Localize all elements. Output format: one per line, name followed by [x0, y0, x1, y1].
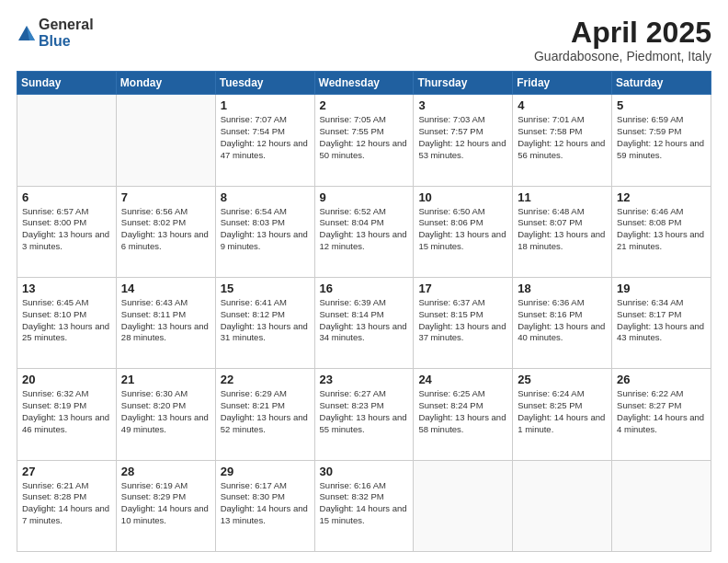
col-thursday: Thursday	[414, 72, 513, 95]
day-number: 30	[320, 465, 409, 478]
day-number: 20	[22, 373, 111, 386]
calendar-cell: 7Sunrise: 6:56 AM Sunset: 8:02 PM Daylig…	[116, 186, 215, 277]
day-info: Sunrise: 6:27 AM Sunset: 8:23 PM Dayligh…	[320, 388, 409, 435]
calendar-cell: 1Sunrise: 7:07 AM Sunset: 7:54 PM Daylig…	[215, 95, 314, 186]
day-number: 25	[518, 373, 607, 386]
calendar-week-4: 20Sunrise: 6:32 AM Sunset: 8:19 PM Dayli…	[17, 369, 711, 460]
calendar-cell	[17, 95, 117, 186]
logo-general: General	[39, 17, 94, 33]
day-info: Sunrise: 6:24 AM Sunset: 8:25 PM Dayligh…	[518, 388, 607, 435]
calendar-cell: 19Sunrise: 6:34 AM Sunset: 8:17 PM Dayli…	[612, 277, 711, 368]
day-number: 29	[221, 465, 310, 478]
calendar-cell: 29Sunrise: 6:17 AM Sunset: 8:30 PM Dayli…	[215, 460, 314, 551]
day-number: 6	[22, 190, 111, 204]
calendar-cell: 13Sunrise: 6:45 AM Sunset: 8:10 PM Dayli…	[17, 277, 117, 368]
calendar-cell: 28Sunrise: 6:19 AM Sunset: 8:29 PM Dayli…	[116, 460, 215, 551]
calendar-cell: 17Sunrise: 6:37 AM Sunset: 8:15 PM Dayli…	[414, 277, 513, 368]
calendar-cell: 30Sunrise: 6:16 AM Sunset: 8:32 PM Dayli…	[314, 460, 414, 551]
col-monday: Monday	[116, 72, 215, 95]
calendar-cell: 8Sunrise: 6:54 AM Sunset: 8:03 PM Daylig…	[215, 186, 314, 277]
day-info: Sunrise: 6:46 AM Sunset: 8:08 PM Dayligh…	[617, 206, 706, 253]
day-info: Sunrise: 6:36 AM Sunset: 8:16 PM Dayligh…	[518, 297, 607, 344]
day-number: 13	[22, 282, 111, 295]
calendar-week-2: 6Sunrise: 6:57 AM Sunset: 8:00 PM Daylig…	[17, 186, 711, 277]
calendar-cell: 23Sunrise: 6:27 AM Sunset: 8:23 PM Dayli…	[314, 369, 414, 460]
calendar-cell: 26Sunrise: 6:22 AM Sunset: 8:27 PM Dayli…	[612, 369, 711, 460]
day-number: 1	[221, 98, 310, 112]
header: General Blue April 2025 Guardabosone, Pi…	[17, 17, 711, 63]
calendar-cell: 9Sunrise: 6:52 AM Sunset: 8:04 PM Daylig…	[314, 186, 414, 277]
calendar-table: Sunday Monday Tuesday Wednesday Thursday…	[17, 71, 711, 552]
day-info: Sunrise: 6:32 AM Sunset: 8:19 PM Dayligh…	[22, 388, 111, 435]
logo: General Blue	[17, 17, 94, 49]
day-number: 26	[617, 373, 706, 386]
calendar-week-5: 27Sunrise: 6:21 AM Sunset: 8:28 PM Dayli…	[17, 460, 711, 551]
day-info: Sunrise: 6:21 AM Sunset: 8:28 PM Dayligh…	[22, 480, 111, 527]
calendar-cell: 10Sunrise: 6:50 AM Sunset: 8:06 PM Dayli…	[414, 186, 513, 277]
calendar-cell: 11Sunrise: 6:48 AM Sunset: 8:07 PM Dayli…	[513, 186, 612, 277]
col-wednesday: Wednesday	[314, 72, 414, 95]
day-info: Sunrise: 6:48 AM Sunset: 8:07 PM Dayligh…	[518, 206, 607, 253]
day-number: 21	[121, 373, 210, 386]
calendar-week-3: 13Sunrise: 6:45 AM Sunset: 8:10 PM Dayli…	[17, 277, 711, 368]
day-number: 8	[221, 190, 310, 204]
day-number: 3	[418, 98, 507, 112]
day-number: 9	[320, 190, 409, 204]
day-info: Sunrise: 7:05 AM Sunset: 7:55 PM Dayligh…	[320, 114, 409, 161]
day-number: 5	[617, 98, 706, 112]
title-block: April 2025 Guardabosone, Piedmont, Italy	[534, 17, 711, 63]
day-info: Sunrise: 6:25 AM Sunset: 8:24 PM Dayligh…	[418, 388, 507, 435]
day-number: 22	[221, 373, 310, 386]
day-number: 4	[518, 98, 607, 112]
calendar-cell: 15Sunrise: 6:41 AM Sunset: 8:12 PM Dayli…	[215, 277, 314, 368]
day-info: Sunrise: 7:07 AM Sunset: 7:54 PM Dayligh…	[221, 114, 310, 161]
calendar-cell	[612, 460, 711, 551]
day-info: Sunrise: 6:39 AM Sunset: 8:14 PM Dayligh…	[320, 297, 409, 344]
calendar-cell: 5Sunrise: 6:59 AM Sunset: 7:59 PM Daylig…	[612, 95, 711, 186]
day-info: Sunrise: 6:43 AM Sunset: 8:11 PM Dayligh…	[121, 297, 210, 344]
calendar-cell: 27Sunrise: 6:21 AM Sunset: 8:28 PM Dayli…	[17, 460, 117, 551]
calendar-cell: 12Sunrise: 6:46 AM Sunset: 8:08 PM Dayli…	[612, 186, 711, 277]
day-info: Sunrise: 7:03 AM Sunset: 7:57 PM Dayligh…	[418, 114, 507, 161]
day-number: 28	[121, 465, 210, 478]
day-number: 12	[617, 190, 706, 204]
day-number: 24	[418, 373, 507, 386]
day-number: 16	[320, 282, 409, 295]
day-number: 23	[320, 373, 409, 386]
day-info: Sunrise: 6:57 AM Sunset: 8:00 PM Dayligh…	[22, 206, 111, 253]
day-info: Sunrise: 6:41 AM Sunset: 8:12 PM Dayligh…	[221, 297, 310, 344]
calendar-cell: 24Sunrise: 6:25 AM Sunset: 8:24 PM Dayli…	[414, 369, 513, 460]
calendar-cell: 3Sunrise: 7:03 AM Sunset: 7:57 PM Daylig…	[414, 95, 513, 186]
day-info: Sunrise: 6:52 AM Sunset: 8:04 PM Dayligh…	[320, 206, 409, 253]
location: Guardabosone, Piedmont, Italy	[534, 49, 711, 63]
day-info: Sunrise: 6:16 AM Sunset: 8:32 PM Dayligh…	[320, 480, 409, 527]
month-title: April 2025	[534, 17, 711, 49]
calendar-cell	[414, 460, 513, 551]
day-number: 11	[518, 190, 607, 204]
day-info: Sunrise: 6:34 AM Sunset: 8:17 PM Dayligh…	[617, 297, 706, 344]
day-number: 14	[121, 282, 210, 295]
day-number: 10	[418, 190, 507, 204]
calendar-cell: 25Sunrise: 6:24 AM Sunset: 8:25 PM Dayli…	[513, 369, 612, 460]
day-info: Sunrise: 6:17 AM Sunset: 8:30 PM Dayligh…	[221, 480, 310, 527]
calendar-cell: 2Sunrise: 7:05 AM Sunset: 7:55 PM Daylig…	[314, 95, 414, 186]
col-saturday: Saturday	[612, 72, 711, 95]
calendar-cell: 4Sunrise: 7:01 AM Sunset: 7:58 PM Daylig…	[513, 95, 612, 186]
day-info: Sunrise: 7:01 AM Sunset: 7:58 PM Dayligh…	[518, 114, 607, 161]
header-row: Sunday Monday Tuesday Wednesday Thursday…	[17, 72, 711, 95]
calendar-cell: 20Sunrise: 6:32 AM Sunset: 8:19 PM Dayli…	[17, 369, 117, 460]
day-info: Sunrise: 6:56 AM Sunset: 8:02 PM Dayligh…	[121, 206, 210, 253]
calendar-page: General Blue April 2025 Guardabosone, Pi…	[0, 0, 728, 563]
day-number: 19	[617, 282, 706, 295]
day-info: Sunrise: 6:19 AM Sunset: 8:29 PM Dayligh…	[121, 480, 210, 527]
col-tuesday: Tuesday	[215, 72, 314, 95]
calendar-cell: 18Sunrise: 6:36 AM Sunset: 8:16 PM Dayli…	[513, 277, 612, 368]
day-info: Sunrise: 6:45 AM Sunset: 8:10 PM Dayligh…	[22, 297, 111, 344]
calendar-cell	[513, 460, 612, 551]
day-number: 7	[121, 190, 210, 204]
day-number: 27	[22, 465, 111, 478]
calendar-cell: 21Sunrise: 6:30 AM Sunset: 8:20 PM Dayli…	[116, 369, 215, 460]
day-number: 2	[320, 98, 409, 112]
day-info: Sunrise: 6:54 AM Sunset: 8:03 PM Dayligh…	[221, 206, 310, 253]
calendar-cell: 22Sunrise: 6:29 AM Sunset: 8:21 PM Dayli…	[215, 369, 314, 460]
